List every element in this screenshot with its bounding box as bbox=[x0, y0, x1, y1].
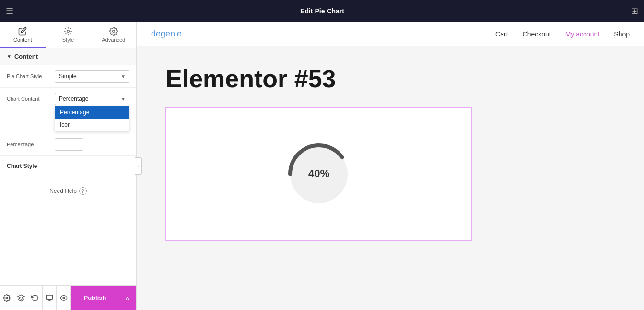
content-section-header[interactable]: ▼ Content bbox=[0, 48, 136, 65]
responsive-button[interactable] bbox=[43, 286, 57, 310]
chart-style-section: Chart Style bbox=[0, 156, 136, 180]
svg-rect-4 bbox=[46, 295, 52, 299]
chart-content-row: Chart Content Percentage Icon ▼ Percenta… bbox=[0, 88, 136, 109]
section-header-label: Content bbox=[14, 53, 38, 60]
advanced-icon bbox=[109, 27, 118, 36]
percentage-label: Percentage bbox=[7, 142, 55, 147]
svg-point-2 bbox=[6, 297, 8, 299]
svg-point-0 bbox=[67, 30, 70, 33]
tab-content-label: Content bbox=[13, 37, 32, 43]
tab-advanced-label: Advanced bbox=[102, 37, 125, 43]
page-editor-title: Edit Pie Chart bbox=[13, 7, 631, 15]
chart-widget[interactable]: 40% bbox=[165, 107, 472, 241]
nav-checkout[interactable]: Checkout bbox=[523, 30, 551, 38]
tab-style-label: Style bbox=[62, 37, 74, 43]
sidebar-tabs: Content Style Advanced bbox=[0, 22, 136, 48]
help-circle-icon: ? bbox=[79, 187, 87, 195]
nav-shop[interactable]: Shop bbox=[614, 30, 630, 38]
history-button[interactable] bbox=[28, 286, 43, 310]
chart-content-label: Chart Content bbox=[7, 96, 55, 102]
style-icon bbox=[64, 27, 72, 36]
nav-my-account[interactable]: My account bbox=[565, 30, 600, 38]
main-content: degenie Cart Checkout My account Shop El… bbox=[137, 22, 644, 310]
settings-icon bbox=[3, 294, 11, 302]
page-body: Elementor #53 40% bbox=[137, 46, 644, 310]
tab-style[interactable]: Style bbox=[46, 22, 91, 48]
pencil-icon bbox=[18, 27, 27, 36]
pie-chart-svg: 40% bbox=[281, 136, 357, 213]
responsive-icon bbox=[46, 294, 53, 302]
site-header: degenie Cart Checkout My account Shop bbox=[137, 22, 644, 46]
pie-chart-style-select[interactable]: Simple Donut bbox=[55, 70, 129, 83]
sidebar-collapse-handle[interactable]: ‹ bbox=[135, 157, 142, 175]
pie-chart-style-label: Pie Chart Style bbox=[7, 73, 55, 79]
tab-advanced[interactable]: Advanced bbox=[91, 22, 136, 48]
preview-button[interactable] bbox=[57, 286, 71, 310]
svg-marker-3 bbox=[18, 295, 24, 298]
layers-icon bbox=[17, 294, 25, 302]
main-layout: Content Style Advanced ▼ bbox=[0, 22, 644, 310]
sidebar-bottom-bar: Publish ∧ bbox=[0, 285, 136, 310]
publish-button[interactable]: Publish bbox=[71, 286, 119, 310]
section-arrow-icon: ▼ bbox=[7, 54, 12, 59]
need-help-label: Need Help bbox=[49, 188, 77, 194]
nav-cart[interactable]: Cart bbox=[495, 30, 508, 38]
pie-chart-style-control: Simple Donut ▼ bbox=[55, 70, 129, 83]
chevron-up-icon: ∧ bbox=[125, 295, 129, 301]
publish-options-button[interactable]: ∧ bbox=[119, 286, 136, 310]
settings-button[interactable] bbox=[0, 286, 14, 310]
need-help-link[interactable]: Need Help ? bbox=[0, 180, 136, 202]
site-logo: degenie bbox=[151, 29, 182, 39]
top-bar: ☰ Edit Pie Chart ⊞ bbox=[0, 0, 644, 22]
percentage-input[interactable] bbox=[55, 138, 83, 151]
page-title: Elementor #53 bbox=[165, 65, 336, 93]
svg-point-1 bbox=[112, 30, 115, 33]
pie-chart-visual: 40% bbox=[281, 136, 357, 213]
history-icon bbox=[31, 294, 39, 302]
svg-point-7 bbox=[63, 297, 65, 299]
site-nav: Cart Checkout My account Shop bbox=[495, 30, 630, 38]
chart-style-label: Chart Style bbox=[7, 163, 129, 169]
layers-button[interactable] bbox=[14, 286, 29, 310]
tab-content[interactable]: Content bbox=[0, 22, 46, 48]
percentage-row: Percentage bbox=[0, 133, 136, 156]
dropdown-option-percentage[interactable]: Percentage bbox=[55, 106, 129, 119]
pie-chart-style-row: Pie Chart Style Simple Donut ▼ bbox=[0, 65, 136, 88]
chart-content-select[interactable]: Percentage Icon bbox=[55, 93, 129, 105]
chart-content-dropdown: Percentage Icon bbox=[55, 106, 129, 131]
hamburger-icon[interactable]: ☰ bbox=[6, 6, 13, 16]
grid-icon[interactable]: ⊞ bbox=[631, 6, 638, 16]
eye-icon bbox=[60, 294, 68, 302]
sidebar: Content Style Advanced ▼ bbox=[0, 22, 137, 310]
chart-content-control: Percentage Icon ▼ Percentage Icon bbox=[55, 93, 129, 105]
sidebar-content: ▼ Content Pie Chart Style Simple Donut ▼… bbox=[0, 48, 136, 285]
percentage-control bbox=[55, 138, 129, 151]
dropdown-option-icon[interactable]: Icon bbox=[55, 119, 129, 131]
chart-percentage-text: 40% bbox=[308, 167, 329, 179]
